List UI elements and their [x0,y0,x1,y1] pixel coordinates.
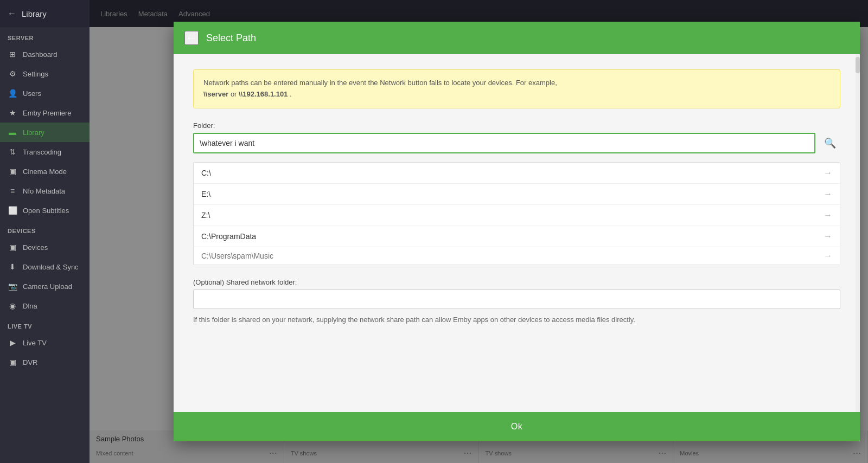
sidebar-item-devices[interactable]: ▣ Devices [0,237,90,257]
search-icon: 🔍 [824,137,836,149]
sidebar-title: Library [22,9,47,18]
info-text-suffix: . [290,90,292,98]
dvr-icon: ▣ [8,358,17,366]
sidebar-item-dashboard[interactable]: ⊞ Dashboard [0,44,90,64]
sidebar-item-camera-upload[interactable]: 📷 Camera Upload [0,276,90,296]
sidebar-item-dlna[interactable]: ◉ Dlna [0,296,90,316]
main-area: Libraries Metadata Advanced Sample Photo… [90,0,868,463]
dir-item-music[interactable]: C:\Users\spam\Music → [194,247,840,265]
cinema-icon: ▣ [8,167,17,176]
sidebar-item-devices-label: Devices [23,243,48,252]
sidebar-item-nfo-label: Nfo Metadata [23,187,65,195]
sidebar-item-transcoding[interactable]: ⇅ Transcoding [0,142,90,162]
transcoding-icon: ⇅ [8,147,17,156]
modal-title: Select Path [206,33,256,44]
sidebar-item-nfo-metadata[interactable]: ≡ Nfo Metadata [0,181,90,201]
sidebar-item-camera-label: Camera Upload [23,282,72,291]
dir-item-z[interactable]: Z:\ → [194,205,840,226]
sidebar-item-download-sync[interactable]: ⬇ Download & Sync [0,257,90,276]
sidebar-item-transcoding-label: Transcoding [23,148,61,156]
dlna-icon: ◉ [8,301,17,310]
directory-list-scroll[interactable]: C:\ → E:\ → Z:\ → C:\ProgramData [194,163,840,265]
sidebar-header: ← Library [0,0,90,27]
sidebar-item-emby-premiere[interactable]: ★ Emby Premiere [0,103,90,123]
live-tv-section-label: Live TV [0,316,90,333]
modal-scrollbar-thumb [856,57,860,73]
sidebar-item-settings-label: Settings [23,70,48,78]
star-icon: ★ [8,108,17,117]
dir-path-programdata: C:\ProgramData [201,232,256,241]
shared-folder-input[interactable] [193,290,840,309]
nfo-icon: ≡ [8,187,17,195]
sidebar-item-library-label: Library [23,128,44,137]
info-example1: \\server [203,90,228,98]
info-text-middle: or [231,90,239,98]
folder-input-row: 🔍 [193,133,840,153]
dir-arrow-music: → [824,251,832,261]
directory-list: C:\ → E:\ → Z:\ → C:\ProgramData [193,162,840,265]
sidebar-item-library[interactable]: ▬ Library [0,123,90,142]
sidebar-item-live-tv[interactable]: ▶ Live TV [0,333,90,352]
folder-label: Folder: [193,121,840,130]
live-tv-icon: ▶ [8,338,17,347]
select-path-modal: ← Select Path Network paths can be enter… [174,22,860,441]
sidebar-item-users-label: Users [23,89,41,98]
dir-path-e: E:\ [201,190,210,198]
sidebar-item-emby-premiere-label: Emby Premiere [23,109,72,117]
server-section-label: Server [0,27,90,44]
download-icon: ⬇ [8,262,17,271]
modal-body: Network paths can be entered manually in… [174,54,860,412]
ok-button[interactable]: Ok [174,412,860,441]
sidebar-item-open-subtitles[interactable]: ⬜ Open Subtitles [0,201,90,220]
subtitles-icon: ⬜ [8,206,17,215]
dir-arrow-programdata: → [824,232,832,241]
info-text-prefix: Network paths can be entered manually in… [203,79,557,87]
sidebar-item-cinema-label: Cinema Mode [23,168,67,176]
sidebar-item-live-tv-label: Live TV [23,339,47,347]
dir-item-c[interactable]: C:\ → [194,163,840,184]
camera-icon: 📷 [8,282,17,291]
dir-item-programdata[interactable]: C:\ProgramData → [194,226,840,247]
back-arrow-icon[interactable]: ← [8,9,16,18]
sidebar-item-dvr-label: DVR [23,358,37,366]
dashboard-icon: ⊞ [8,50,17,59]
sidebar-item-cinema-mode[interactable]: ▣ Cinema Mode [0,162,90,181]
sidebar-item-dvr[interactable]: ▣ DVR [0,352,90,372]
dir-item-e[interactable]: E:\ → [194,184,840,205]
dir-arrow-c: → [824,168,832,178]
modal-footer: Ok [174,412,860,441]
shared-folder-desc: If this folder is shared on your network… [193,314,840,325]
modal-back-button[interactable]: ← [184,31,199,45]
sidebar-item-dashboard-label: Dashboard [23,50,58,59]
app-background: ← Library Server ⊞ Dashboard ⚙ Settings … [0,0,868,463]
sidebar-item-dlna-label: Dlna [23,302,37,310]
sidebar-item-subtitles-label: Open Subtitles [23,207,69,215]
network-info-box: Network paths can be entered manually in… [193,69,840,108]
modal-scrollbar [856,54,860,412]
sidebar: ← Library Server ⊞ Dashboard ⚙ Settings … [0,0,90,463]
sidebar-item-download-label: Download & Sync [23,263,79,271]
folder-input[interactable] [193,133,815,153]
sidebar-item-settings[interactable]: ⚙ Settings [0,64,90,83]
devices-section-label: Devices [0,220,90,237]
dir-path-c: C:\ [201,169,211,177]
info-example2: \\192.168.1.101 [239,90,288,98]
settings-icon: ⚙ [8,69,17,78]
dir-arrow-e: → [824,189,832,199]
folder-search-button[interactable]: 🔍 [820,133,840,153]
modal-header: ← Select Path [174,22,860,54]
users-icon: 👤 [8,89,17,98]
sidebar-item-users[interactable]: 👤 Users [0,83,90,103]
optional-folder-label: (Optional) Shared network folder: [193,278,840,286]
dir-path-z: Z:\ [201,211,210,220]
dir-arrow-z: → [824,210,832,220]
devices-icon: ▣ [8,243,17,252]
library-icon: ▬ [8,128,17,137]
dir-path-music: C:\Users\spam\Music [201,252,273,260]
